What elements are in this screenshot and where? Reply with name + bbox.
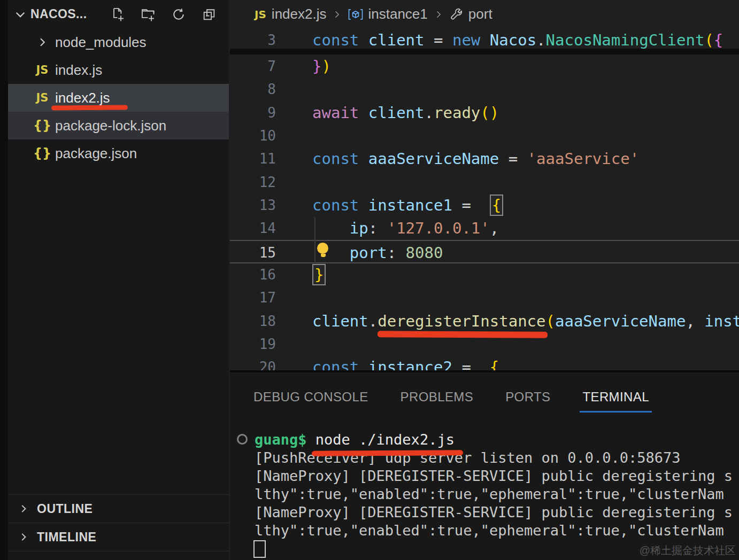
code-line-9[interactable]: 9await client.ready(): [230, 101, 739, 125]
js-file-icon: JS: [30, 56, 54, 84]
line-number[interactable]: 19: [230, 332, 276, 356]
terminal-output-line: lthy":true,"enabled":true,"ephemeral":tr…: [230, 522, 739, 540]
code-editor[interactable]: JS index2.js instance1: [230, 0, 739, 372]
file-label: index.js: [55, 62, 102, 79]
chevron-right-icon: [18, 531, 29, 543]
file-label: node_modules: [55, 34, 147, 51]
json-file-icon: {}: [30, 139, 54, 167]
line-number[interactable]: 10: [230, 124, 276, 147]
file-label: index2.js: [55, 90, 110, 106]
activity-bar-edge: [0, 0, 8, 560]
screenshot-splice-seam: [230, 49, 739, 55]
code-line-12[interactable]: 12: [230, 170, 739, 194]
panel-tab-debug-console[interactable]: DEBUG CONSOLE: [251, 386, 371, 413]
sidebar-bottom-divider: [8, 551, 229, 560]
line-number[interactable]: 12: [230, 170, 276, 194]
panel-tab-ports[interactable]: PORTS: [503, 386, 553, 413]
line-content: port: 8080: [312, 241, 443, 265]
line-number[interactable]: 11: [230, 147, 276, 170]
bottom-panel: DEBUG CONSOLEPROBLEMSPORTSTERMINAL guang…: [230, 372, 739, 560]
line-content: }: [312, 263, 326, 286]
explorer-sidebar: NACOS...: [8, 0, 229, 560]
timeline-label: TIMELINE: [37, 530, 96, 545]
annotation-underline-command: [312, 450, 463, 456]
explorer-toolbar: [110, 6, 217, 22]
sidebar-section-outline[interactable]: OUTLINE: [8, 494, 229, 523]
line-number[interactable]: 14: [230, 216, 276, 240]
line-number[interactable]: 16: [230, 263, 276, 286]
line-number[interactable]: 8: [230, 77, 276, 101]
annotation-underline-index2: [51, 105, 128, 111]
code-line-18[interactable]: 18client.deregisterInstance(aaaServiceNa…: [230, 309, 739, 333]
new-folder-icon[interactable]: [140, 6, 156, 22]
terminal-prompt-line: guang$ node ./index2.js: [230, 431, 739, 449]
line-number[interactable]: 7: [230, 55, 276, 78]
lightbulb-code-action-icon[interactable]: [317, 243, 329, 258]
sidebar-item-package-json[interactable]: {}package.json: [8, 139, 229, 167]
line-content: await client.ready(): [312, 101, 499, 125]
sidebar-item-node_modules[interactable]: node_modules: [8, 28, 229, 56]
refresh-icon[interactable]: [171, 6, 187, 22]
code-line-16[interactable]: 16}: [230, 263, 739, 286]
line-content: }): [312, 55, 331, 78]
sidebar-section-timeline[interactable]: TIMELINE: [8, 523, 229, 551]
watermark: @稀土掘金技术社区: [640, 543, 736, 558]
terminal-output-line: lthy":true,"enabled":true,"ephemeral":tr…: [230, 485, 739, 503]
terminal-prompt: guang$: [255, 431, 307, 448]
line-number[interactable]: 9: [230, 101, 276, 125]
annotation-underline-deregister: [378, 331, 548, 338]
terminal-cursor: [253, 540, 266, 558]
indent-guide: [314, 217, 315, 263]
terminal-output: [PushReceiver] udp server listen on 0.0.…: [230, 449, 739, 540]
outline-label: OUTLINE: [37, 502, 93, 516]
js-file-icon: JS: [30, 84, 54, 112]
terminal-command: node ./index2.js: [315, 431, 455, 448]
line-number[interactable]: 17: [230, 286, 276, 309]
terminal-output-line: [NameProxy] [DEREGISTER-SERVICE] public …: [230, 503, 739, 522]
line-content: ip: '127.0.0.1',: [312, 216, 499, 240]
code-line-10[interactable]: 10: [230, 124, 739, 147]
line-number[interactable]: 15: [230, 241, 276, 265]
code-line-13[interactable]: 13const instance1 = {: [230, 193, 739, 217]
explorer-folder-title: NACOS...: [30, 7, 87, 21]
code-line-11[interactable]: 11const aaaServiceName = 'aaaService': [230, 147, 739, 170]
file-label: package-lock.json: [55, 118, 166, 134]
sidebar-item-index-js[interactable]: JSindex.js: [8, 56, 229, 84]
line-number[interactable]: 13: [230, 193, 276, 217]
code-line-8[interactable]: 8: [230, 77, 739, 101]
terminal[interactable]: guang$ node ./index2.js [PushReceiver] u…: [230, 431, 739, 540]
chevron-right-icon: [18, 503, 29, 515]
line-content: const aaaServiceName = 'aaaService': [312, 147, 639, 170]
chevron-down-icon[interactable]: [13, 7, 27, 21]
sidebar-item-package-lock-json[interactable]: {}package-lock.json: [8, 112, 229, 139]
file-label: package.json: [55, 145, 137, 162]
code-line-7[interactable]: 7}): [230, 55, 739, 78]
vscode-window: NACOS...: [0, 0, 739, 560]
line-content: const instance1 = {: [312, 193, 503, 217]
panel-tab-terminal[interactable]: TERMINAL: [580, 386, 652, 413]
code-lines[interactable]: 3const client = new Nacos.NacosNamingCli…: [230, 0, 739, 372]
terminal-output-line: [NameProxy] [DEREGISTER-SERVICE] public …: [230, 467, 739, 485]
new-file-icon[interactable]: [110, 6, 126, 22]
line-number[interactable]: 18: [230, 309, 276, 333]
collapse-all-icon[interactable]: [201, 6, 217, 22]
json-file-icon: {}: [30, 112, 54, 139]
chevron-right-icon: [30, 28, 54, 56]
terminal-output-line: [PushReceiver] udp server listen on 0.0.…: [230, 449, 739, 467]
file-tree: node_modulesJSindex.jsJSindex2.js{}packa…: [8, 28, 229, 167]
code-line-15[interactable]: 15 port: 8080: [230, 240, 739, 263]
panel-tab-problems[interactable]: PROBLEMS: [398, 386, 476, 413]
panel-tabs: DEBUG CONSOLEPROBLEMSPORTSTERMINAL: [251, 386, 679, 413]
code-line-17[interactable]: 17: [230, 286, 739, 309]
code-line-14[interactable]: 14 ip: '127.0.0.1',: [230, 216, 739, 240]
line-content: client.deregisterInstance(aaaServiceName…: [312, 309, 739, 333]
explorer-section-header[interactable]: NACOS...: [8, 0, 229, 28]
